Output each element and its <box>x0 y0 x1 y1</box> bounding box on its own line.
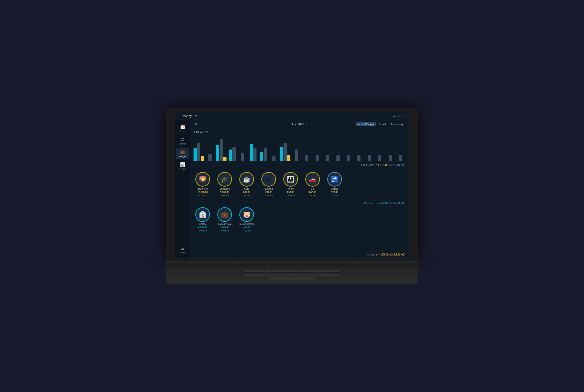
bar-gray-2 <box>220 139 223 161</box>
salary-icon: 👔 <box>199 211 206 218</box>
bar-pair-13 <box>336 138 340 161</box>
interest-income-icon-wrap: 🐷 <box>239 207 254 222</box>
bar-pair-19 <box>399 138 402 161</box>
sidebar-label-reports: Reports <box>179 168 186 170</box>
key <box>258 274 264 276</box>
bar-cyan-8 <box>280 147 283 161</box>
category-salary[interactable]: 👔 Salary 6,000.00 6,000.00 <box>194 207 212 232</box>
bar-cyan-5 <box>250 144 253 161</box>
month-label: July 2023 <box>291 122 304 126</box>
category-utilities[interactable]: 🚰 Utilities 120.00 160.00 <box>326 172 344 197</box>
sidebar-item-reports[interactable]: 📊 Reports <box>176 160 189 172</box>
key <box>278 270 284 273</box>
salary-budget: 6,000.00 <box>198 230 206 232</box>
bar-pair-18 <box>389 138 392 161</box>
key <box>245 274 258 276</box>
bar-group-2 <box>216 138 226 161</box>
bar-pair-2 <box>216 138 226 161</box>
bar-group-9 <box>292 138 301 161</box>
bar-pair-5 <box>250 138 256 161</box>
category-business-income[interactable]: 💼 Business inco... 3,600.00 4,000.00 <box>216 207 234 232</box>
title-bar-left: ☰ Money Pro <box>178 114 197 118</box>
sidebar-item-sync[interactable]: ☁ Sync <box>176 244 189 256</box>
car-name: Car <box>311 188 314 190</box>
keyboard-area <box>166 266 418 284</box>
expenses-total: EXPENSES 14,355.00 / $ 15,160.00 <box>361 164 405 167</box>
hamburger-icon[interactable]: ☰ <box>178 114 181 118</box>
sidebar-item-budget[interactable]: 💼 Budget <box>176 148 189 159</box>
key <box>277 274 282 276</box>
category-cafe[interactable]: ☕ Cafe 800.00 900.00 <box>238 172 256 197</box>
bar-group-14 <box>344 138 353 161</box>
category-education[interactable]: 🎓 Education 1,000.00 1,000.00 <box>216 172 234 197</box>
utilities-icon: 🚰 <box>331 176 338 183</box>
income-total-row: INCOME 10,000.00 / $ 10,400.00 <box>194 200 405 207</box>
month-selector[interactable]: July 2023 ▼ <box>291 122 307 126</box>
view-switcher: Actual/Budget Actual Remaining <box>356 122 405 126</box>
clothing-actual: 738.00 <box>265 191 272 194</box>
key <box>309 270 314 273</box>
sidebar-item-today[interactable]: 📅 Today <box>176 122 189 134</box>
actual-view-button[interactable]: Actual <box>376 122 388 126</box>
car-icon-wrap: 🚗 <box>305 172 320 186</box>
category-car[interactable]: 🚗 Car 247.00 200.00 <box>304 172 322 197</box>
key <box>253 270 259 273</box>
maximize-button[interactable]: ❐ <box>398 114 401 118</box>
key <box>271 274 276 276</box>
bar-pair-17 <box>378 138 381 161</box>
toolbar: Edit July 2023 ▼ Actual/Budget Actual Re… <box>190 120 409 128</box>
bar-pair-9 <box>295 138 298 161</box>
category-interest-income[interactable]: 🐷 Interest income 400.00 400.00 <box>238 207 256 232</box>
expense-categories: 🌄 Travelling 10,800.00 10,000.00 🎓 <box>194 172 405 197</box>
expenses-label: EXPENSES <box>361 164 374 167</box>
expenses-budget: $ 15,160.00 <box>391 164 405 167</box>
sidebar-label-budget: Budget <box>179 155 186 158</box>
bar-group-4 <box>238 138 247 161</box>
category-clothing[interactable]: 🛍 Clothing 738.00 1,400.00 <box>260 172 278 197</box>
laptop: ☰ Money Pro — ❐ ✕ 📅 Today <box>166 108 418 284</box>
bar-group-0 <box>194 138 204 161</box>
bar-pair-16 <box>368 138 371 161</box>
key <box>328 270 340 273</box>
total-row: TOTAL ( 4,355.00)/($ 4,760.00) <box>194 253 405 256</box>
bar-group-13 <box>334 138 342 161</box>
bar-pair-12 <box>326 138 329 161</box>
bar-gray-4 <box>241 153 244 161</box>
utilities-name: Utilities <box>331 188 338 190</box>
travelling-icon-wrap: 🌄 <box>195 172 210 186</box>
remaining-view-button[interactable]: Remaining <box>388 122 405 126</box>
expenses-value: 14,355.00 / $ 15,160.00 <box>376 164 405 167</box>
income-value: 10,000.00 / $ 10,400.00 <box>376 201 405 204</box>
utilities-actual: 120.00 <box>331 191 338 194</box>
key <box>244 270 252 273</box>
income-budget: $ 10,400.00 <box>391 201 405 204</box>
bar-yellow-0 <box>201 156 204 161</box>
category-home[interactable]: 👨‍👩‍👧 Home 650.00 1,500.00 <box>282 172 300 197</box>
bar-pair-14 <box>347 138 350 161</box>
bar-group-17 <box>375 138 384 161</box>
car-budget: 200.00 <box>310 194 316 197</box>
income-label: INCOME <box>364 202 374 204</box>
business-income-icon-wrap: 💼 <box>217 207 232 222</box>
chart-amount: $ 16,240.00 <box>194 131 405 134</box>
key <box>315 270 321 273</box>
home-name: Home <box>288 188 294 190</box>
expenses-budget-sep: / <box>389 164 390 167</box>
expenses-actual: 14,355.00 <box>376 164 388 167</box>
actual-budget-view-button[interactable]: Actual/Budget <box>356 122 376 126</box>
education-actual: 1,000.00 <box>220 191 229 194</box>
bar-yellow-2 <box>223 157 226 161</box>
education-icon-wrap: 🎓 <box>217 172 232 186</box>
interest-income-budget: 400.00 <box>244 230 250 232</box>
edit-button[interactable]: Edit <box>194 123 198 126</box>
key <box>296 274 301 276</box>
category-travelling[interactable]: 🌄 Travelling 10,800.00 10,000.00 <box>194 172 212 197</box>
key <box>284 270 290 273</box>
cafe-icon: ☕ <box>243 176 250 183</box>
interest-income-icon: 🐷 <box>243 211 250 218</box>
total-label: TOTAL <box>366 253 374 256</box>
sidebar-item-balance[interactable]: ⚖ Balance <box>176 135 189 147</box>
minimize-button[interactable]: — <box>393 114 396 118</box>
key <box>320 274 326 276</box>
close-button[interactable]: ✕ <box>403 114 406 118</box>
